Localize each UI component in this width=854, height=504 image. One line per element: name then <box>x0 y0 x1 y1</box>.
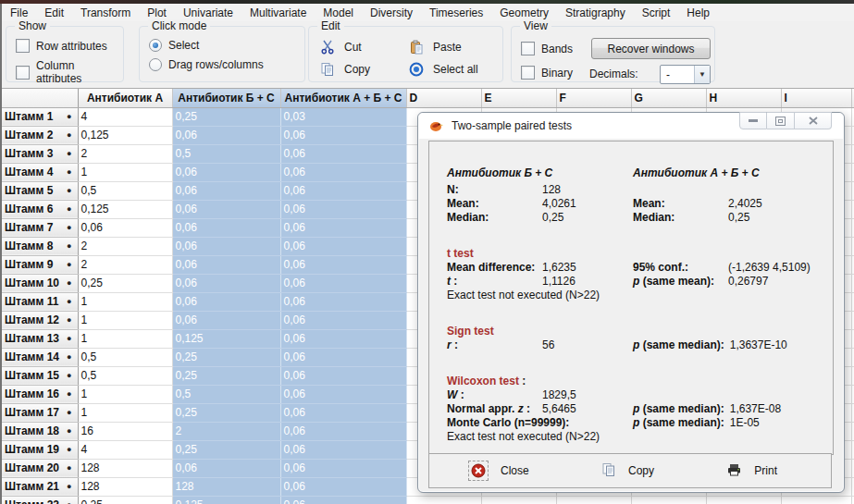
menu-item-stratigraphy[interactable]: Stratigraphy <box>557 5 634 21</box>
spreadsheet-cell[interactable]: 0,06 <box>280 385 406 403</box>
spreadsheet-cell[interactable]: 0,125 <box>78 126 172 144</box>
spreadsheet-cell[interactable]: 0,06 <box>280 237 406 255</box>
spreadsheet-cell[interactable]: 0,06 <box>172 218 280 237</box>
spreadsheet-cell[interactable]: 0,03 <box>280 107 406 126</box>
spreadsheet-cell[interactable]: 0,06 <box>280 348 406 366</box>
spreadsheet-cell[interactable]: 0,25 <box>172 366 280 385</box>
print-button[interactable]: Print <box>726 462 777 480</box>
spreadsheet-cell[interactable]: 0,06 <box>172 292 280 311</box>
column-attributes-checkbox[interactable] <box>16 66 30 80</box>
row-header[interactable]: Штамм 20● <box>2 459 78 477</box>
column-header[interactable]: G <box>631 89 706 107</box>
menu-item-script[interactable]: Script <box>634 5 679 21</box>
spreadsheet-cell[interactable]: 0,5 <box>78 348 172 366</box>
spreadsheet-cell[interactable]: 0,06 <box>280 218 406 237</box>
spreadsheet-cell[interactable]: 0,06 <box>280 200 406 218</box>
column-header[interactable]: Антибиотик Б + С <box>172 89 280 107</box>
spreadsheet-cell[interactable]: 0,25 <box>172 440 280 459</box>
bands-option[interactable]: Bands <box>521 42 573 55</box>
spreadsheet-cell[interactable]: 0,06 <box>172 181 280 200</box>
spreadsheet-cell[interactable]: 128 <box>78 459 172 477</box>
row-header[interactable]: Штамм 16● <box>2 385 78 403</box>
spreadsheet-cell[interactable]: 0,06 <box>280 496 406 504</box>
spreadsheet-cell[interactable]: 0,06 <box>172 200 280 218</box>
spreadsheet-cell[interactable]: 0,06 <box>172 459 280 477</box>
spreadsheet-cell[interactable]: 0,06 <box>280 311 406 329</box>
spreadsheet-cell[interactable] <box>706 496 781 504</box>
row-attributes-checkbox[interactable] <box>16 39 30 53</box>
copy-button[interactable]: Copy <box>320 59 409 80</box>
row-header[interactable]: Штамм 2● <box>2 126 78 144</box>
spreadsheet-cell[interactable]: 0,06 <box>280 440 406 459</box>
row-header[interactable]: Штамм 19● <box>2 440 78 459</box>
spreadsheet-cell[interactable]: 1 <box>78 292 172 311</box>
spreadsheet-cell[interactable]: 0,06 <box>280 181 406 200</box>
binary-checkbox[interactable] <box>521 66 535 80</box>
spreadsheet-cell[interactable]: 0,06 <box>172 237 280 255</box>
spreadsheet-cell[interactable] <box>406 496 481 504</box>
column-header[interactable]: Антибиотик А + Б + С <box>280 89 406 107</box>
minimize-button[interactable] <box>739 112 767 129</box>
spreadsheet-cell[interactable]: 0,06 <box>172 163 280 181</box>
row-header[interactable]: Штамм 10● <box>2 274 78 292</box>
spreadsheet-cell[interactable]: 0,06 <box>172 126 280 144</box>
menu-item-univariate[interactable]: Univariate <box>175 5 241 21</box>
spreadsheet-cell[interactable]: 2 <box>172 422 280 440</box>
spreadsheet-cell[interactable]: 0,06 <box>280 163 406 181</box>
spreadsheet-cell[interactable]: 0,06 <box>280 255 406 274</box>
menu-item-edit[interactable]: Edit <box>36 5 72 21</box>
spreadsheet-cell[interactable]: 0,5 <box>172 385 280 403</box>
spreadsheet-cell[interactable]: 0,06 <box>280 274 406 292</box>
spreadsheet-cell[interactable]: 0,06 <box>280 403 406 422</box>
spreadsheet-cell[interactable]: 0,25 <box>172 348 280 366</box>
row-header[interactable]: Штамм 3● <box>2 144 78 163</box>
spreadsheet-cell[interactable]: 0,06 <box>280 292 406 311</box>
close-window-button[interactable] <box>795 112 832 129</box>
menu-item-model[interactable]: Model <box>315 5 362 21</box>
binary-option[interactable]: Binary <box>521 66 573 80</box>
spreadsheet-cell[interactable]: 0,06 <box>280 459 406 477</box>
corner-cell[interactable] <box>2 89 78 107</box>
select-mode-option[interactable]: Select <box>149 39 304 52</box>
drag-mode-radio[interactable] <box>149 58 162 71</box>
select-mode-radio[interactable] <box>149 39 162 52</box>
row-header[interactable]: Штамм 11● <box>2 292 78 311</box>
spreadsheet-cell[interactable]: 0,125 <box>172 329 280 348</box>
row-header[interactable]: Штамм 22● <box>2 496 78 504</box>
row-header[interactable]: Штамм 7● <box>2 218 78 237</box>
menu-item-help[interactable]: Help <box>678 5 718 21</box>
row-header[interactable]: Штамм 9● <box>2 255 78 274</box>
column-header[interactable]: D <box>406 89 481 107</box>
spreadsheet-cell[interactable] <box>556 496 631 504</box>
copy-button[interactable]: Copy <box>601 462 654 480</box>
dialog-title-bar[interactable]: Two-sample paired tests <box>418 113 844 139</box>
column-header[interactable]: F <box>556 89 631 107</box>
spreadsheet-cell[interactable] <box>631 496 706 504</box>
spreadsheet-cell[interactable]: 0,25 <box>78 274 172 292</box>
decimals-dropdown[interactable]: - ▼ <box>660 65 711 84</box>
menu-item-timeseries[interactable]: Timeseries <box>421 5 491 21</box>
row-header[interactable]: Штамм 21● <box>2 477 78 496</box>
spreadsheet-cell[interactable]: 0,25 <box>78 496 172 504</box>
row-header[interactable]: Штамм 1● <box>2 107 78 126</box>
drag-mode-option[interactable]: Drag rows/columns <box>149 58 304 71</box>
spreadsheet-cell[interactable]: 0,5 <box>172 144 280 163</box>
spreadsheet-cell[interactable]: 1 <box>78 329 172 348</box>
menu-item-multivariate[interactable]: Multivariate <box>241 5 315 21</box>
select-all-button[interactable]: Select all <box>409 59 498 80</box>
row-header[interactable]: Штамм 14● <box>2 348 78 366</box>
spreadsheet-cell[interactable]: 0,06 <box>280 144 406 163</box>
spreadsheet-cell[interactable]: 0,125 <box>172 496 280 504</box>
spreadsheet-cell[interactable]: 4 <box>78 107 172 126</box>
row-header[interactable]: Штамм 15● <box>2 366 78 385</box>
spreadsheet-cell[interactable]: 0,06 <box>280 126 406 144</box>
bands-checkbox[interactable] <box>521 42 535 55</box>
recover-windows-button[interactable]: Recover windows <box>591 38 711 59</box>
row-header[interactable]: Штамм 17● <box>2 403 78 422</box>
spreadsheet-cell[interactable]: 4 <box>78 440 172 459</box>
row-header[interactable]: Штамм 5● <box>2 181 78 200</box>
spreadsheet-cell[interactable]: 0,5 <box>78 366 172 385</box>
spreadsheet-cell[interactable]: 2 <box>78 144 172 163</box>
spreadsheet-cell[interactable]: 0,06 <box>172 255 280 274</box>
column-header[interactable]: I <box>781 89 851 107</box>
